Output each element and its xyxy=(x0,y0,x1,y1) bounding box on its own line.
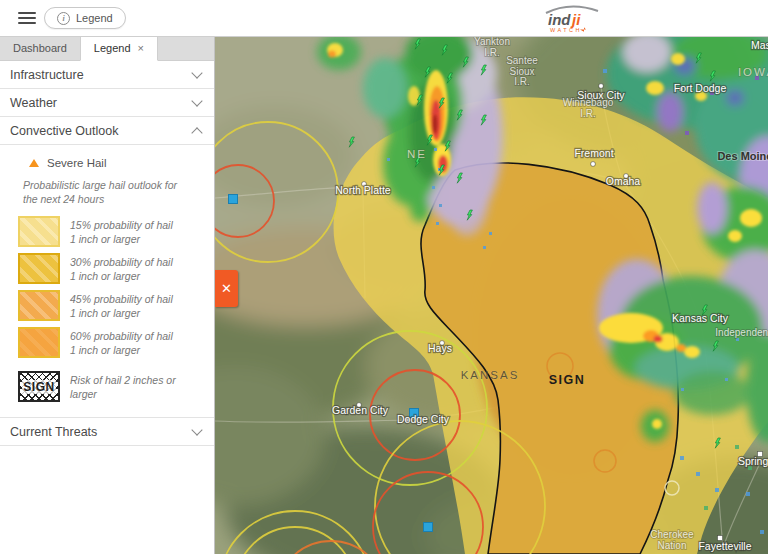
section-convective-outlook[interactable]: Convective Outlook xyxy=(0,117,214,145)
tab-bar: Dashboard Legend × xyxy=(0,36,214,61)
city-label: Hays xyxy=(428,342,452,354)
city-marker-dot xyxy=(591,162,596,167)
hail-probability-swatch: SIGN xyxy=(18,371,60,402)
hail-legend-item: 15% probability of hail1 inch or larger xyxy=(0,214,214,249)
hail-probability-swatch xyxy=(18,327,60,358)
hail-legend-list: 15% probability of hail1 inch or larger … xyxy=(0,214,214,404)
legend-toggle-button[interactable]: i Legend xyxy=(44,7,126,29)
convective-outlook-panel: Severe Hail Probabilistic large hail out… xyxy=(0,145,214,404)
tab-legend[interactable]: Legend × xyxy=(80,36,158,61)
hail-probability-swatch xyxy=(18,216,60,247)
sidebar-collapse-button[interactable]: ✕ xyxy=(215,270,238,307)
hail-legend-item-label: 45% probability of hail1 inch or larger xyxy=(70,292,173,320)
city-label: NE xyxy=(407,148,427,160)
hail-legend-item: 60% probability of hail1 inch or larger xyxy=(0,325,214,360)
hail-outlook-description: Probabilistic large hail outlook for the… xyxy=(0,173,214,214)
city-label: Springdale xyxy=(738,455,768,467)
asset-marker[interactable] xyxy=(229,195,238,204)
city-marker-dot xyxy=(599,84,604,89)
city-label: Omaha xyxy=(606,175,641,187)
tab-dashboard[interactable]: Dashboard xyxy=(0,36,80,60)
asset-marker[interactable] xyxy=(424,523,433,532)
hail-legend-item-label: 60% probability of hail1 inch or larger xyxy=(70,329,173,357)
logo-text-watch: WATCH xyxy=(550,27,582,33)
chevron-down-icon xyxy=(191,424,202,435)
hail-triangle-icon xyxy=(29,159,39,167)
city-label: Mason City xyxy=(751,39,768,51)
city-label: Fort Dodge xyxy=(674,82,727,94)
city-label: Garden City xyxy=(332,404,389,416)
info-icon: i xyxy=(57,12,70,25)
section-weather[interactable]: Weather xyxy=(0,89,214,117)
hail-legend-item: SIGN Risk of hail 2 inches orlarger xyxy=(0,369,214,404)
section-infrastructure[interactable]: Infrastructure xyxy=(0,61,214,89)
severe-hail-layer-row[interactable]: Severe Hail xyxy=(0,145,214,173)
hail-legend-item-label: 30% probability of hail1 inch or larger xyxy=(70,255,173,283)
sig-region-map-label: SIGN xyxy=(549,373,586,387)
logo-text-ind: ind xyxy=(548,11,571,28)
logo-text-ji: ji xyxy=(570,11,581,28)
hamburger-menu-icon[interactable] xyxy=(18,12,36,24)
map-canvas: SIGN YanktonI.R.SanteeSiouxI.R.Sioux Cit… xyxy=(215,36,768,554)
sig-swatch-label: SIGN xyxy=(22,380,55,394)
city-label: Dodge City xyxy=(397,413,450,425)
chevron-down-icon xyxy=(191,95,202,106)
indji-watch-logo: ind ji WATCH xyxy=(540,4,610,34)
hail-probability-swatch xyxy=(18,253,60,284)
chevron-up-icon xyxy=(191,127,202,138)
legend-button-label: Legend xyxy=(76,12,113,24)
city-label: North Platte xyxy=(335,184,391,196)
city-label: Independence xyxy=(715,327,768,338)
chevron-down-icon xyxy=(191,67,202,78)
city-label: Des Moines xyxy=(717,150,768,162)
city-label: Fayetteville xyxy=(698,540,751,552)
section-current-threats[interactable]: Current Threats xyxy=(0,417,214,446)
city-label: Kansas City xyxy=(672,312,729,324)
city-label: IOWA xyxy=(738,66,768,78)
city-label: Fremont xyxy=(574,147,613,159)
city-label: KANSAS xyxy=(461,369,520,381)
hail-probability-swatch xyxy=(18,290,60,321)
severe-hail-label: Severe Hail xyxy=(47,157,106,169)
sidebar: Dashboard Legend × Infrastructure Weathe… xyxy=(0,36,215,554)
hail-legend-item: 30% probability of hail1 inch or larger xyxy=(0,251,214,286)
tab-close-icon[interactable]: × xyxy=(138,42,144,54)
top-bar: i Legend ind ji WATCH xyxy=(0,0,768,37)
map-viewport[interactable]: SIGN YanktonI.R.SanteeSiouxI.R.Sioux Cit… xyxy=(215,36,768,554)
hail-legend-item-label: 15% probability of hail1 inch or larger xyxy=(70,218,173,246)
hail-legend-item: 45% probability of hail1 inch or larger xyxy=(0,288,214,323)
hail-legend-item-label: Risk of hail 2 inches orlarger xyxy=(70,373,176,401)
